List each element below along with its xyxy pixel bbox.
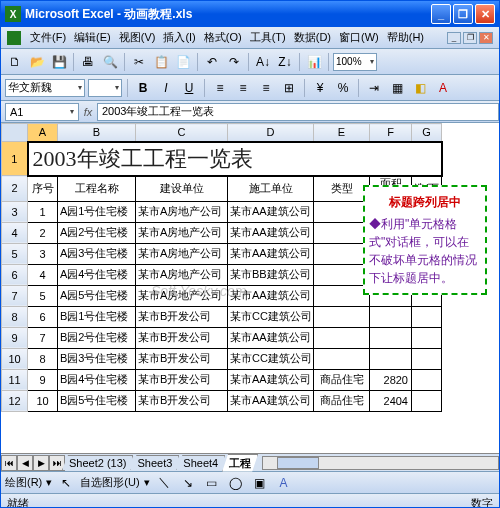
row-header[interactable]: 8 [2,306,28,327]
cell[interactable] [412,327,442,348]
percent-button[interactable]: % [333,78,353,98]
cell[interactable]: B园2号住宅楼 [58,327,136,348]
cell[interactable]: 某市AA建筑公司 [228,369,314,390]
tab-nav-next[interactable]: ▶ [33,455,49,471]
menu-data[interactable]: 数据(D) [291,29,334,46]
cell[interactable] [314,243,370,264]
cell[interactable]: A园4号住宅楼 [58,264,136,285]
cell[interactable]: 2 [28,222,58,243]
header-constr[interactable]: 施工单位 [228,176,314,202]
sheet-tab[interactable]: Sheet3 [130,455,179,470]
chart-button[interactable]: 📊 [304,52,324,72]
row-header[interactable]: 9 [2,327,28,348]
worksheet-grid[interactable]: A B C D E F G 1 2003年竣工工程一览表 2 序号 工程名称 建… [1,123,499,453]
menu-insert[interactable]: 插入(I) [160,29,198,46]
oval-button[interactable]: ◯ [226,473,246,493]
open-button[interactable]: 📂 [27,52,47,72]
row-header[interactable]: 6 [2,264,28,285]
cell[interactable] [314,306,370,327]
menu-help[interactable]: 帮助(H) [384,29,427,46]
cell[interactable]: A园2号住宅楼 [58,222,136,243]
formula-input[interactable]: 2003年竣工工程一览表 [97,103,499,121]
menu-tools[interactable]: 工具(T) [247,29,289,46]
cell[interactable] [314,201,370,222]
col-header-c[interactable]: C [136,124,228,142]
cell[interactable] [412,390,442,411]
doc-close-button[interactable]: ✕ [479,32,493,44]
cell[interactable]: 某市B开发公司 [136,327,228,348]
font-size-select[interactable]: ▾ [88,79,122,97]
fx-button[interactable]: fx [79,106,97,118]
preview-button[interactable]: 🔍 [100,52,120,72]
header-seq[interactable]: 序号 [28,176,58,202]
cell[interactable]: 某市AA建筑公司 [228,390,314,411]
borders-button[interactable]: ▦ [387,78,407,98]
cell[interactable]: 3 [28,243,58,264]
cell[interactable]: 某市B开发公司 [136,348,228,369]
cell[interactable]: 某市AA建筑公司 [228,222,314,243]
draw-menu[interactable]: 绘图(R) [5,475,42,490]
cell[interactable] [314,222,370,243]
wordart-button[interactable]: A [274,473,294,493]
cell[interactable]: 某市BB建筑公司 [228,264,314,285]
menu-file[interactable]: 文件(F) [27,29,69,46]
row-header[interactable]: 11 [2,369,28,390]
doc-minimize-button[interactable]: _ [447,32,461,44]
cell[interactable]: 某市AA建筑公司 [228,201,314,222]
cell[interactable]: A园3号住宅楼 [58,243,136,264]
cell[interactable]: 7 [28,327,58,348]
col-header-b[interactable]: B [58,124,136,142]
cut-button[interactable]: ✂ [129,52,149,72]
underline-button[interactable]: U [179,78,199,98]
cell[interactable]: 某市A房地产公司 [136,201,228,222]
select-objects-button[interactable]: ↖ [56,473,76,493]
cell[interactable] [412,348,442,369]
cell[interactable]: 9 [28,369,58,390]
name-box[interactable]: A1▾ [5,103,79,121]
cell[interactable]: 商品住宅 [314,390,370,411]
merge-center-button[interactable]: ⊞ [279,78,299,98]
cell[interactable]: 6 [28,306,58,327]
menu-window[interactable]: 窗口(W) [336,29,382,46]
print-button[interactable]: 🖶 [78,52,98,72]
cell[interactable] [412,306,442,327]
cell[interactable]: B园1号住宅楼 [58,306,136,327]
sheet-tab[interactable]: Sheet4 [176,455,225,470]
sort-asc-button[interactable]: A↓ [253,52,273,72]
menu-edit[interactable]: 编辑(E) [71,29,114,46]
cell[interactable]: 某市CC建筑公司 [228,348,314,369]
cell[interactable]: 1 [28,201,58,222]
cell[interactable]: 某市AA建筑公司 [228,243,314,264]
autoshapes-menu[interactable]: 自选图形(U) [80,475,139,490]
align-center-button[interactable]: ≡ [233,78,253,98]
cell[interactable]: B园4号住宅楼 [58,369,136,390]
cell[interactable]: 4 [28,264,58,285]
row-header[interactable]: 10 [2,348,28,369]
row-header[interactable]: 4 [2,222,28,243]
sheet-tab[interactable]: Sheet2 (13) [62,455,133,470]
bold-button[interactable]: B [133,78,153,98]
header-type[interactable]: 类型 [314,176,370,202]
cell[interactable]: 5 [28,285,58,306]
cell[interactable]: B园5号住宅楼 [58,390,136,411]
maximize-button[interactable]: ❐ [453,4,473,24]
cell[interactable]: 商品住宅 [314,369,370,390]
copy-button[interactable]: 📋 [151,52,171,72]
close-button[interactable]: ✕ [475,4,495,24]
row-header[interactable]: 5 [2,243,28,264]
header-build[interactable]: 建设单位 [136,176,228,202]
doc-restore-button[interactable]: ❐ [463,32,477,44]
col-header-a[interactable]: A [28,124,58,142]
cell[interactable] [314,264,370,285]
cell[interactable]: 2820 [370,369,412,390]
header-proj[interactable]: 工程名称 [58,176,136,202]
cell[interactable] [370,306,412,327]
row-header[interactable]: 3 [2,201,28,222]
row-header[interactable]: 12 [2,390,28,411]
cell[interactable]: 某市B开发公司 [136,369,228,390]
cell[interactable]: 2404 [370,390,412,411]
cell[interactable]: 某市A房地产公司 [136,243,228,264]
fill-color-button[interactable]: ◧ [410,78,430,98]
sheet-tab-active[interactable]: 工程 [222,454,258,472]
cell[interactable] [314,327,370,348]
